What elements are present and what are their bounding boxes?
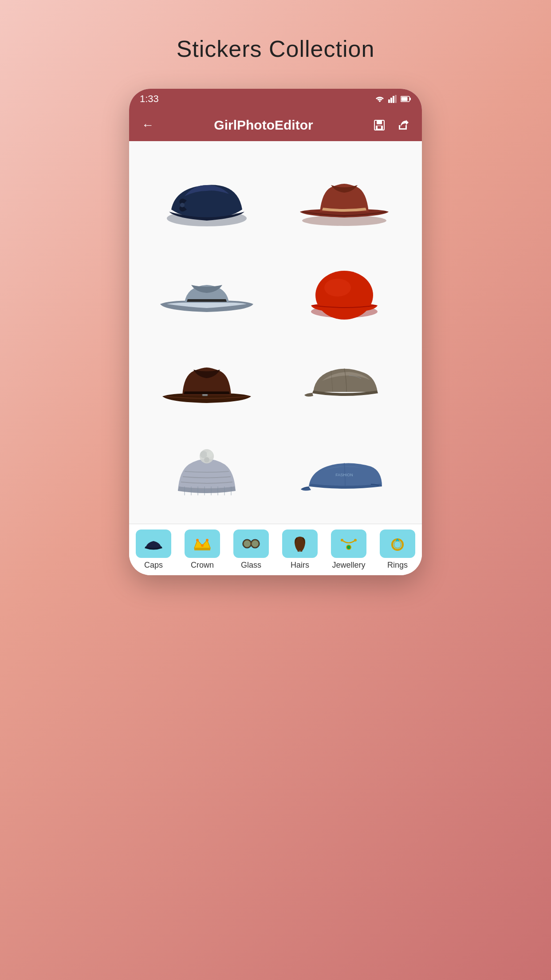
nav-item-jewellery[interactable]: Jewellery — [324, 524, 373, 575]
hat-item-5[interactable] — [138, 335, 276, 427]
svg-rect-6 — [401, 97, 408, 101]
svg-rect-3 — [395, 95, 397, 103]
glass-label: Glass — [241, 561, 261, 570]
wifi-icon — [375, 95, 385, 103]
svg-rect-2 — [393, 96, 394, 103]
app-bar-title: GirlPhotoEditor — [165, 118, 362, 133]
crown-label: Crown — [191, 561, 214, 570]
rings-label: Rings — [387, 561, 408, 570]
svg-point-12 — [180, 203, 185, 207]
jewellery-label: Jewellery — [332, 561, 365, 570]
svg-point-16 — [324, 279, 351, 296]
bottom-nav: Caps Crown — [129, 524, 422, 575]
jewellery-icon-box — [331, 530, 366, 558]
svg-point-42 — [251, 540, 259, 548]
hairs-icon-box — [282, 530, 318, 558]
nav-item-crown[interactable]: Crown — [178, 524, 227, 575]
page-title: Stickers Collection — [177, 36, 375, 62]
app-bar: ← GirlPhotoEditor — [129, 109, 422, 141]
hat-item-7[interactable] — [138, 427, 276, 519]
nav-item-glass[interactable]: Glass — [227, 524, 276, 575]
svg-point-28 — [207, 451, 213, 457]
hat-grid: FASHION — [129, 141, 422, 524]
svg-point-34 — [201, 544, 204, 547]
svg-point-48 — [394, 541, 401, 548]
svg-point-33 — [196, 539, 199, 541]
hat-item-6[interactable] — [276, 335, 413, 427]
svg-point-35 — [206, 539, 209, 541]
svg-rect-10 — [378, 126, 381, 129]
signal-icon — [388, 95, 397, 103]
status-icons — [375, 95, 411, 103]
back-button[interactable]: ← — [140, 117, 156, 133]
svg-rect-1 — [390, 98, 392, 103]
caps-icon-box — [136, 530, 171, 558]
svg-rect-8 — [377, 120, 382, 124]
hat-item-4[interactable] — [276, 242, 413, 335]
svg-rect-32 — [194, 548, 210, 550]
hat-item-3[interactable] — [138, 242, 276, 335]
hat-item-2[interactable] — [276, 150, 413, 242]
svg-text:FASHION: FASHION — [335, 473, 353, 477]
phone-frame: 1:33 ← GirlPhotoEditor — [129, 89, 422, 575]
share-button[interactable] — [395, 117, 411, 133]
status-time: 1:33 — [140, 93, 159, 105]
svg-rect-0 — [388, 99, 390, 103]
app-bar-actions — [371, 117, 411, 133]
status-bar: 1:33 — [129, 89, 422, 109]
battery-icon — [401, 96, 411, 102]
hairs-label: Hairs — [291, 561, 309, 570]
nav-item-hairs[interactable]: Hairs — [276, 524, 324, 575]
crown-icon-box — [185, 530, 220, 558]
hat-item-1[interactable] — [138, 150, 276, 242]
nav-item-rings[interactable]: Rings — [373, 524, 422, 575]
svg-rect-5 — [409, 98, 411, 100]
caps-label: Caps — [144, 561, 163, 570]
svg-point-29 — [204, 457, 209, 462]
hat-item-8[interactable]: FASHION — [276, 427, 413, 519]
svg-point-27 — [200, 451, 207, 458]
svg-point-41 — [243, 540, 251, 548]
rings-icon-box — [380, 530, 415, 558]
svg-point-45 — [341, 539, 343, 541]
svg-point-46 — [354, 539, 357, 541]
nav-item-caps[interactable]: Caps — [129, 524, 178, 575]
svg-point-44 — [347, 545, 350, 549]
glass-icon-box — [233, 530, 269, 558]
save-button[interactable] — [371, 117, 387, 133]
